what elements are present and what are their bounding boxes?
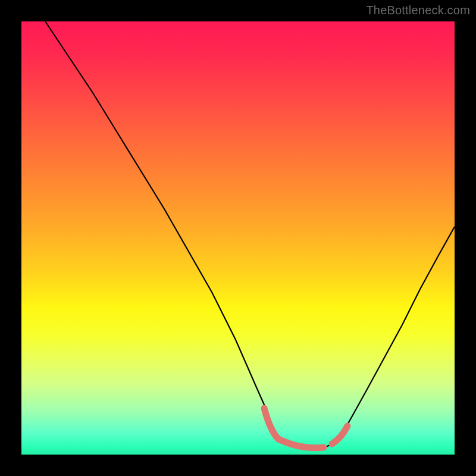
chart-stage: TheBottleneck.com xyxy=(0,0,476,476)
plot-area xyxy=(21,21,455,455)
highlight-right-ascent xyxy=(332,426,347,444)
watermark-text: TheBottleneck.com xyxy=(366,4,470,17)
bottleneck-curve xyxy=(45,21,455,449)
highlight-flat-bottom xyxy=(278,439,324,448)
curve-overlay xyxy=(21,21,455,455)
highlight-left-descent xyxy=(264,408,278,439)
